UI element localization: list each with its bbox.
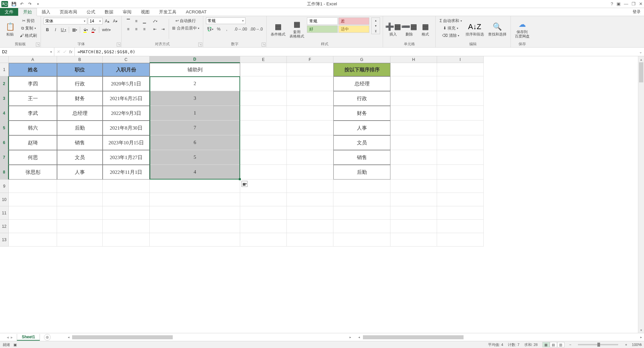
tab-formulas[interactable]: 公式 <box>82 8 100 16</box>
row-header-9[interactable]: 9 <box>0 180 9 193</box>
cell-D11[interactable] <box>150 206 240 220</box>
cell-B5[interactable]: 后勤 <box>57 121 103 135</box>
undo-icon[interactable]: ↶ <box>19 1 25 7</box>
row-header-13[interactable]: 13 <box>0 233 9 247</box>
zoom-slider[interactable] <box>578 344 618 345</box>
cell-E11[interactable] <box>240 206 287 220</box>
cell-A4[interactable]: 李武 <box>9 106 57 121</box>
increase-font-button[interactable]: A▴ <box>103 18 111 24</box>
format-painter-button[interactable]: 🖌 格式刷 <box>19 32 38 39</box>
cell-G6[interactable]: 文员 <box>333 135 390 150</box>
wrap-text-button[interactable]: ↩ 自动换行 <box>171 17 200 24</box>
cell-E5[interactable] <box>240 121 287 135</box>
name-box[interactable]: D2▾ <box>0 48 54 56</box>
tab-developer[interactable]: 开发工具 <box>154 8 181 16</box>
cell-A5[interactable]: 韩六 <box>9 121 57 135</box>
tab-insert[interactable]: 插入 <box>37 8 55 16</box>
cell-D2[interactable]: 2 <box>150 76 240 91</box>
cell-I3[interactable] <box>437 91 484 106</box>
cell-C3[interactable]: 2021年6月25日 <box>103 91 150 106</box>
decrease-indent-button[interactable]: ⇤ <box>151 26 159 32</box>
fill-color-button[interactable]: ⬙▾ <box>82 26 89 33</box>
scroll-up-icon[interactable]: ▴ <box>638 56 644 62</box>
align-middle-button[interactable]: ≡ <box>132 18 140 24</box>
col-header-C[interactable]: C <box>103 56 150 63</box>
cell-A2[interactable]: 李四 <box>9 76 57 91</box>
cell-H10[interactable] <box>390 193 437 206</box>
cell-F13[interactable] <box>287 233 333 247</box>
cell-B3[interactable]: 财务 <box>57 91 103 106</box>
cell-H5[interactable] <box>390 121 437 135</box>
copy-button[interactable]: ⧉ 复制 ▾ <box>19 25 38 31</box>
increase-indent-button[interactable]: ⇥ <box>159 26 167 32</box>
view-page-break-icon[interactable]: ▥ <box>557 342 565 347</box>
cancel-formula-icon[interactable]: ✕ <box>56 49 60 54</box>
col-header-E[interactable]: E <box>240 56 287 63</box>
cell-A9[interactable] <box>9 180 57 193</box>
cell-I1[interactable] <box>437 63 484 76</box>
collapse-ribbon-icon[interactable]: ʌ <box>640 342 642 347</box>
enter-formula-icon[interactable]: ✓ <box>63 49 66 54</box>
cell-C13[interactable] <box>103 233 150 247</box>
cell-B2[interactable]: 行政 <box>57 76 103 91</box>
gallery-up-icon[interactable]: ▴ <box>372 18 379 23</box>
cell-F1[interactable] <box>287 63 333 76</box>
paste-button[interactable]: 📋 粘贴 <box>3 17 17 40</box>
spreadsheet-grid[interactable]: ABCDEFGHI1姓名职位入职月份辅助列按以下顺序排序2李四行政2020年5月… <box>0 56 644 333</box>
col-header-I[interactable]: I <box>437 56 484 63</box>
cell-B11[interactable] <box>57 206 103 220</box>
cell-I8[interactable] <box>437 165 484 180</box>
cell-B4[interactable]: 总经理 <box>57 106 103 121</box>
col-header-A[interactable]: A <box>9 56 57 63</box>
cell-G13[interactable] <box>333 233 390 247</box>
cell-E6[interactable] <box>240 135 287 150</box>
zoom-out-icon[interactable]: − <box>569 343 571 347</box>
hscrollbar-left[interactable]: ◂▸ <box>65 335 353 339</box>
merge-center-button[interactable]: ⊞ 合并后居中 ▾ <box>171 25 200 31</box>
help-icon[interactable]: ? <box>611 1 613 6</box>
cell-C10[interactable] <box>103 193 150 206</box>
col-header-G[interactable]: G <box>333 56 390 63</box>
cell-D5[interactable]: 7 <box>150 121 240 135</box>
cell-E1[interactable] <box>240 63 287 76</box>
borders-button[interactable]: ▦▾ <box>71 26 78 33</box>
autofill-options-icon[interactable]: ▦▾ <box>241 181 248 187</box>
decrease-font-button[interactable]: A▾ <box>111 18 119 24</box>
cell-A13[interactable] <box>9 233 57 247</box>
gallery-down-icon[interactable]: ▾ <box>372 23 379 28</box>
cell-A12[interactable] <box>9 220 57 233</box>
cell-F7[interactable] <box>287 150 333 165</box>
phonetic-button[interactable]: wén▾ <box>101 26 112 33</box>
sort-filter-button[interactable]: A↓Z排序和筛选 <box>464 17 485 40</box>
italic-button[interactable]: I <box>52 26 59 33</box>
cell-G11[interactable] <box>333 206 390 220</box>
row-header-11[interactable]: 11 <box>0 206 9 220</box>
format-cells-button[interactable]: ▦格式 <box>418 17 433 40</box>
cell-G8[interactable]: 后勤 <box>333 165 390 180</box>
cell-D12[interactable] <box>150 220 240 233</box>
cell-G7[interactable]: 销售 <box>333 150 390 165</box>
cell-F8[interactable] <box>287 165 333 180</box>
cell-I5[interactable] <box>437 121 484 135</box>
underline-button[interactable]: U ▾ <box>60 26 67 33</box>
accounting-format-button[interactable]: 💱▾ <box>206 26 214 32</box>
col-header-H[interactable]: H <box>390 56 437 63</box>
cell-H12[interactable] <box>390 220 437 233</box>
cell-G12[interactable] <box>333 220 390 233</box>
cell-G1[interactable]: 按以下顺序排序 <box>333 63 390 76</box>
cell-F4[interactable] <box>287 106 333 121</box>
cell-styles-gallery[interactable]: 常规 差 好 适中 <box>307 17 369 33</box>
cell-I4[interactable] <box>437 106 484 121</box>
decrease-decimal-button[interactable]: .00→.0 <box>249 26 264 32</box>
tab-home[interactable]: 开始 <box>18 8 37 16</box>
sheet-tab-sheet1[interactable]: Sheet1 <box>17 334 40 341</box>
cell-H9[interactable] <box>390 180 437 193</box>
cell-B1[interactable]: 职位 <box>57 63 103 76</box>
expand-formula-bar-icon[interactable]: ⌄ <box>637 50 644 54</box>
hscrollbar-right[interactable]: ◂▸ <box>356 335 644 339</box>
cell-C1[interactable]: 入职月份 <box>103 63 150 76</box>
number-dialog-launcher[interactable]: ↘ <box>262 43 266 47</box>
cell-C2[interactable]: 2020年5月1日 <box>103 76 150 91</box>
cell-F6[interactable] <box>287 135 333 150</box>
tab-view[interactable]: 视图 <box>136 8 154 16</box>
